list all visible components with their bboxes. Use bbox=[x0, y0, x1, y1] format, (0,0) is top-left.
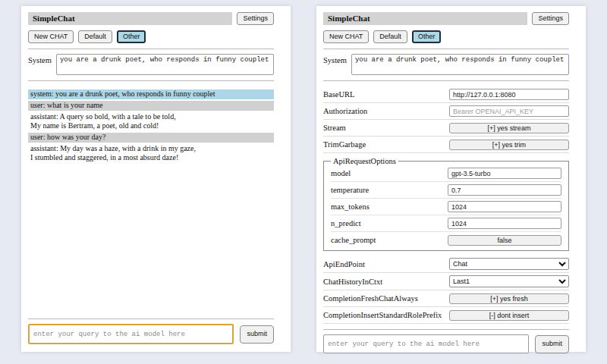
system-row: System you are a drunk poet, who respond… bbox=[28, 54, 274, 75]
divider bbox=[323, 329, 569, 330]
composer: submit bbox=[28, 324, 274, 344]
trimgarbage-label: TrimGarbage bbox=[323, 140, 366, 149]
completioninsertstandardroleprefix-label: CompletionInsertStandardRolePrefix bbox=[323, 311, 442, 319]
submit-button[interactable]: submit bbox=[535, 335, 569, 353]
system-label: System bbox=[28, 54, 52, 64]
stream-label: Stream bbox=[323, 124, 346, 132]
baseurl-input[interactable] bbox=[449, 89, 569, 100]
n-predict-label: n_predict bbox=[331, 219, 361, 228]
composer: submit bbox=[323, 334, 569, 353]
cache-prompt-label: cache_prompt bbox=[331, 236, 376, 244]
session-row: New CHAT Default Other bbox=[323, 30, 569, 43]
setting-row-temperature: temperature bbox=[331, 182, 561, 199]
api-request-options-fieldset: ApiRequestOptions model temperature max_… bbox=[323, 157, 569, 251]
setting-row-n-predict: n_predict bbox=[331, 215, 561, 232]
max-tokens-input[interactable] bbox=[448, 201, 561, 212]
chathistoryinctxt-select[interactable]: Last1 bbox=[449, 275, 569, 287]
apiendpoint-select[interactable]: Chat bbox=[449, 258, 569, 270]
api-request-options-legend: ApiRequestOptions bbox=[331, 157, 398, 165]
app-title: SimpleChat bbox=[323, 12, 527, 25]
setting-row-authorization: Authorization bbox=[323, 103, 569, 120]
setting-row-baseurl: BaseURL bbox=[323, 86, 569, 103]
titlebar: SimpleChat Settings bbox=[323, 12, 569, 25]
system-prompt-input[interactable]: you are a drunk poet, who responds in fu… bbox=[351, 54, 569, 75]
chat-message-user: user: how was your day? bbox=[28, 133, 274, 143]
session-default-button[interactable]: Default bbox=[373, 30, 407, 43]
setting-row-stream: Stream [+] yes stream bbox=[323, 120, 569, 136]
divider bbox=[28, 80, 274, 81]
stream-toggle-button[interactable]: [+] yes stream bbox=[449, 123, 569, 133]
system-prompt-input[interactable]: you are a drunk poet, who responds in fu… bbox=[56, 54, 274, 75]
completioninsertstandardroleprefix-toggle-button[interactable]: [-] dont insert bbox=[449, 310, 569, 321]
chat-message-system: system: you are a drunk poet, who respon… bbox=[28, 89, 274, 99]
query-input[interactable] bbox=[323, 334, 529, 353]
setting-row-cache-prompt: cache_prompt false bbox=[331, 232, 561, 248]
setting-row-model: model bbox=[331, 165, 561, 182]
apiendpoint-label: ApiEndPoint bbox=[323, 260, 365, 268]
chat-message-assistant: assistant: A query so bold, with a tale … bbox=[28, 112, 274, 131]
temperature-label: temperature bbox=[331, 186, 369, 194]
model-input[interactable] bbox=[448, 168, 561, 179]
spacer bbox=[28, 165, 274, 313]
completionfreshchatalways-toggle-button[interactable]: [+] yes fresh bbox=[449, 293, 569, 304]
temperature-input[interactable] bbox=[448, 184, 561, 196]
divider bbox=[28, 49, 274, 49]
new-chat-button[interactable]: New CHAT bbox=[28, 30, 74, 43]
page: SimpleChat Settings New CHAT Default Oth… bbox=[0, 0, 607, 358]
chat-panel: SimpleChat Settings New CHAT Default Oth… bbox=[21, 6, 291, 352]
system-label: System bbox=[323, 54, 347, 64]
setting-row-completioninsertstandardroleprefix: CompletionInsertStandardRolePrefix [-] d… bbox=[323, 307, 569, 324]
chathistoryinctxt-label: ChatHistoryInCtxt bbox=[323, 278, 382, 286]
settings-panel: SimpleChat Settings New CHAT Default Oth… bbox=[316, 6, 586, 352]
chat-message-assistant: assistant: My day was a haze, with a dri… bbox=[28, 144, 274, 163]
setting-row-apiendpoint: ApiEndPoint Chat bbox=[323, 256, 569, 273]
baseurl-label: BaseURL bbox=[323, 90, 354, 99]
model-label: model bbox=[331, 169, 351, 177]
chat-log: system: you are a drunk poet, who respon… bbox=[28, 89, 274, 165]
divider bbox=[323, 49, 569, 49]
authorization-input[interactable] bbox=[449, 105, 569, 117]
titlebar: SimpleChat Settings bbox=[28, 12, 274, 25]
session-default-button[interactable]: Default bbox=[78, 30, 112, 43]
n-predict-input[interactable] bbox=[448, 218, 561, 229]
chat-message-user: user: what is your name bbox=[28, 101, 274, 111]
setting-row-chathistoryinctxt: ChatHistoryInCtxt Last1 bbox=[323, 273, 569, 290]
authorization-label: Authorization bbox=[323, 107, 367, 115]
session-other-button[interactable]: Other bbox=[117, 30, 146, 43]
max-tokens-label: max_tokens bbox=[331, 202, 370, 211]
session-other-button[interactable]: Other bbox=[412, 30, 442, 43]
settings-button[interactable]: Settings bbox=[532, 12, 569, 25]
divider bbox=[323, 80, 569, 81]
setting-row-trimgarbage: TrimGarbage [+] yes trim bbox=[323, 136, 569, 153]
setting-row-completionfreshchatalways: CompletionFreshChatAlways [+] yes fresh bbox=[323, 290, 569, 307]
system-row: System you are a drunk poet, who respond… bbox=[323, 54, 569, 75]
submit-button[interactable]: submit bbox=[240, 325, 274, 344]
settings-button[interactable]: Settings bbox=[237, 12, 274, 25]
divider bbox=[28, 318, 274, 319]
cache-prompt-toggle-button[interactable]: false bbox=[448, 235, 561, 246]
settings-list: BaseURL Authorization Stream [+] yes str… bbox=[323, 86, 569, 324]
setting-row-max-tokens: max_tokens bbox=[331, 199, 561, 215]
app-title: SimpleChat bbox=[28, 12, 232, 25]
completionfreshchatalways-label: CompletionFreshChatAlways bbox=[323, 294, 418, 303]
session-row: New CHAT Default Other bbox=[28, 30, 274, 43]
query-input[interactable] bbox=[28, 324, 234, 344]
new-chat-button[interactable]: New CHAT bbox=[323, 30, 369, 43]
trimgarbage-toggle-button[interactable]: [+] yes trim bbox=[449, 140, 569, 150]
